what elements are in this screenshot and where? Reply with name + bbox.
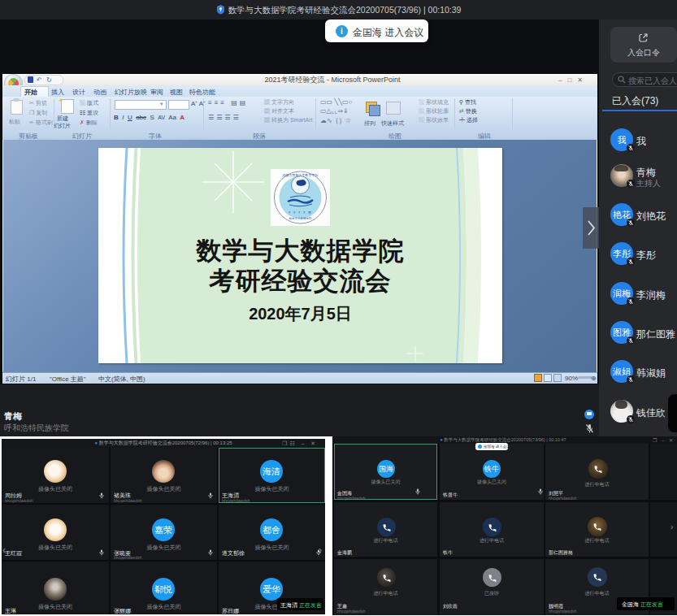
svg-text:数学与大数据学院: 数学与大数据学院	[289, 216, 313, 220]
svg-text:内蒙古民族大学数学学院: 内蒙古民族大学数学学院	[283, 173, 319, 177]
svg-text:ᡕᡕᡕᡕᡳ: ᡕᡕᡕᡕᡳ	[289, 210, 313, 215]
